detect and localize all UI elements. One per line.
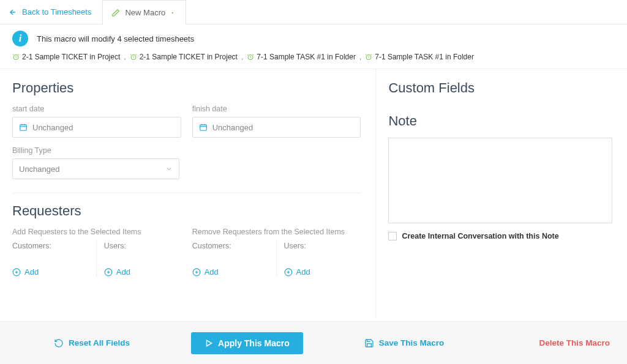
footer-actions: Reset All Fields Apply This Macro Save T… xyxy=(0,321,627,364)
billing-type-value: Unchanged xyxy=(19,165,60,174)
arrow-left-icon xyxy=(9,8,17,17)
billing-type-label: Billing Type xyxy=(12,146,179,155)
add-customers-button[interactable]: Add xyxy=(12,267,89,277)
timesheet-label: 2-1 Sample TICKET in Project xyxy=(140,53,238,61)
plus-circle-icon xyxy=(284,268,293,277)
create-conversation-checkbox-row[interactable]: Create Internal Conversation with this N… xyxy=(388,232,612,240)
timesheet-item[interactable]: 2-1 Sample TICKET in Project xyxy=(12,53,120,61)
apply-macro-button[interactable]: Apply This Macro xyxy=(191,332,303,354)
custom-fields-heading: Custom Fields xyxy=(388,80,612,96)
reset-all-fields-button[interactable]: Reset All Fields xyxy=(54,338,130,348)
add-label: Add xyxy=(116,267,130,277)
chevron-down-icon xyxy=(165,165,173,173)
alarm-icon xyxy=(130,53,137,61)
main-content: Properties start date Unchanged finish d… xyxy=(0,69,627,318)
play-icon xyxy=(205,339,213,347)
separator: , xyxy=(124,53,126,61)
calendar-icon xyxy=(199,123,208,132)
pencil-icon xyxy=(111,9,120,17)
finish-date-label: finish date xyxy=(192,105,361,113)
billing-type-select[interactable]: Unchanged xyxy=(12,158,179,179)
plus-circle-icon xyxy=(12,268,21,277)
svg-marker-25 xyxy=(207,340,212,346)
note-textarea[interactable] xyxy=(388,138,612,223)
timesheet-label: 2-1 Sample TICKET in Project xyxy=(22,53,120,61)
timesheet-item[interactable]: 7-1 Sample TASK #1 in Folder xyxy=(365,53,474,61)
save-macro-button[interactable]: Save This Macro xyxy=(364,338,445,348)
users-label: Users: xyxy=(104,242,126,250)
checkbox-label: Create Internal Conversation with this N… xyxy=(402,232,558,240)
calendar-icon xyxy=(19,123,28,132)
apply-label: Apply This Macro xyxy=(218,338,290,348)
properties-heading: Properties xyxy=(12,80,361,96)
reset-label: Reset All Fields xyxy=(69,338,130,347)
remove-users-add-button[interactable]: Add xyxy=(284,267,361,277)
alarm-icon xyxy=(247,53,254,61)
left-column: Properties start date Unchanged finish d… xyxy=(0,69,376,318)
refresh-icon xyxy=(54,338,64,348)
timesheet-label: 7-1 Sample TASK #1 in Folder xyxy=(375,53,474,61)
tab-label: New Macro xyxy=(125,8,165,17)
tab-new-macro[interactable]: New Macro • xyxy=(102,0,186,24)
right-column: Custom Fields Note Create Internal Conve… xyxy=(376,69,627,318)
timesheet-label: 7-1 Sample TASK #1 in Folder xyxy=(257,53,356,61)
info-icon: i xyxy=(12,31,28,46)
add-label: Add xyxy=(24,267,39,277)
remove-customers-add-button[interactable]: Add xyxy=(192,267,269,277)
add-label: Add xyxy=(296,267,310,277)
plus-circle-icon xyxy=(104,268,113,277)
alarm-icon xyxy=(365,53,372,61)
back-label: Back to Timesheets xyxy=(22,7,91,17)
finish-date-field[interactable]: Unchanged xyxy=(192,117,361,138)
timesheet-item[interactable]: 7-1 Sample TASK #1 in Folder xyxy=(247,53,356,61)
info-banner: i This macro will modify 4 selected time… xyxy=(0,24,627,49)
requesters-heading: Requesters xyxy=(12,203,361,219)
save-icon xyxy=(364,338,374,348)
start-date-field[interactable]: Unchanged xyxy=(12,117,181,138)
svg-rect-9 xyxy=(200,125,206,130)
top-nav: Back to Timesheets New Macro • xyxy=(0,0,627,24)
tab-dot-icon: • xyxy=(171,10,173,15)
start-date-label: start date xyxy=(12,105,181,113)
separator: , xyxy=(241,53,243,61)
start-date-value: Unchanged xyxy=(32,123,73,132)
delete-label: Delete This Macro xyxy=(539,338,610,347)
users-label: Users: xyxy=(284,242,306,250)
separator: , xyxy=(359,53,361,61)
note-heading: Note xyxy=(388,113,612,129)
finish-date-value: Unchanged xyxy=(212,123,253,132)
alarm-icon xyxy=(12,53,20,61)
selected-timesheets-list: 2-1 Sample TICKET in Project , 2-1 Sampl… xyxy=(0,49,627,69)
svg-rect-5 xyxy=(20,125,27,130)
info-text: This macro will modify 4 selected timesh… xyxy=(37,34,194,43)
back-to-timesheets-link[interactable]: Back to Timesheets xyxy=(0,0,102,24)
customers-label: Customers: xyxy=(192,242,231,250)
add-users-button[interactable]: Add xyxy=(104,267,181,277)
delete-macro-button[interactable]: Delete This Macro xyxy=(539,338,610,347)
timesheet-item[interactable]: 2-1 Sample TICKET in Project xyxy=(130,53,238,61)
plus-circle-icon xyxy=(192,268,201,277)
customers-label: Customers: xyxy=(12,242,51,250)
add-requesters-label: Add Requesters to the Selected Items xyxy=(12,228,181,236)
checkbox-icon[interactable] xyxy=(388,232,397,240)
save-label: Save This Macro xyxy=(379,338,445,347)
remove-requesters-label: Remove Requesters from the Selected Item… xyxy=(192,228,361,236)
add-label: Add xyxy=(205,267,219,277)
